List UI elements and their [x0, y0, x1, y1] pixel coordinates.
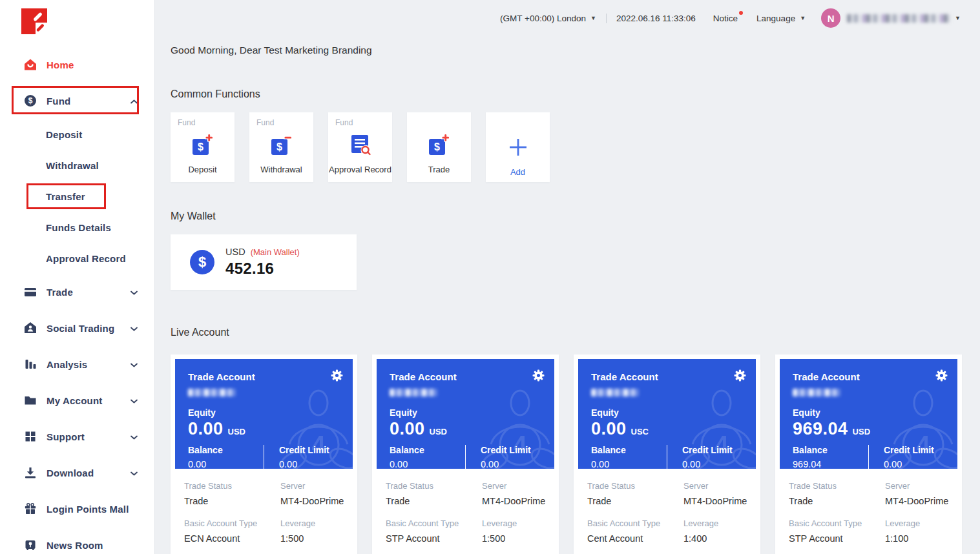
card-label: Deposit — [171, 165, 235, 174]
sidebar-item-social-trading[interactable]: Social Trading — [0, 310, 154, 346]
account-card-info: Trade StatusTrade ServerMT4-DooPrime-Li.… — [780, 481, 957, 544]
caret-down-icon: ▼ — [590, 15, 596, 21]
shortcut-card-trade[interactable]: $ Trade — [407, 112, 471, 182]
sidebar-subitem-funds-details[interactable]: Funds Details — [0, 212, 154, 243]
datetime-label: 2022.06.16 11:33:06 — [616, 14, 696, 23]
equity-value: 0.00 — [591, 419, 627, 439]
account-number-redacted — [188, 389, 236, 396]
shortcut-card-withdrawal[interactable]: Fund $ Withdrawal — [249, 112, 313, 182]
sidebar-item-news-room[interactable]: News Room — [0, 527, 154, 554]
sidebar-subitem-transfer[interactable]: Transfer — [0, 181, 154, 212]
user-avatar[interactable]: N — [821, 8, 840, 28]
caret-down-icon: ▼ — [800, 15, 806, 21]
download-icon — [23, 466, 37, 479]
trade-status-label: Trade Status — [789, 481, 885, 491]
live-account-title: Live Account — [171, 327, 980, 338]
sidebar-item-support[interactable]: Support — [0, 418, 154, 455]
server-value: MT4-DooPrime-Li... — [683, 496, 747, 506]
sidebar-subitem-approval-record[interactable]: Approval Record — [0, 243, 154, 274]
gear-icon[interactable] — [532, 369, 545, 384]
sidebar-item-trade[interactable]: Trade — [0, 274, 154, 310]
svg-text:$: $ — [198, 141, 203, 152]
card-tag: Fund — [335, 118, 353, 127]
account-number-redacted — [591, 389, 639, 396]
sidebar-item-fund[interactable]: $ Fund — [0, 83, 154, 119]
server-label: Server — [482, 481, 545, 491]
account-card-title: Trade Account — [793, 371, 944, 382]
account-type-value: Cent Account — [587, 533, 683, 544]
account-type-label: Basic Account Type — [587, 518, 683, 528]
chevron-up-icon — [130, 95, 138, 107]
server-label: Server — [885, 481, 948, 491]
common-functions-title: Common Functions — [171, 88, 980, 100]
sidebar-item-my-account[interactable]: My Account — [0, 382, 154, 418]
chevron-down-icon — [130, 286, 138, 298]
my-wallet-title: My Wallet — [171, 210, 980, 222]
trade-status-value: Trade — [789, 496, 885, 506]
sidebar-item-label: Download — [47, 467, 130, 478]
account-card: Trade Account Equity 969.04 USD Balance … — [775, 354, 962, 554]
sidebar-item-analysis[interactable]: Analysis — [0, 346, 154, 382]
wallet-amount: 452.16 — [225, 260, 300, 278]
trade-status-label: Trade Status — [587, 481, 683, 491]
shortcut-card-add[interactable]: Add — [486, 112, 550, 182]
card-icon — [23, 285, 37, 298]
notice-label: Notice — [713, 14, 738, 23]
main-wallet-tag: (Main Wallet) — [251, 247, 300, 257]
leverage-value: 1:500 — [482, 533, 545, 544]
withdrawal-icon: $ — [270, 133, 293, 156]
greeting-text: Good Morning, Dear Test Marketing Brandi… — [171, 45, 980, 56]
server-value: MT4-DooPrime-Li... — [482, 496, 545, 506]
sidebar-subitem-withdrawal[interactable]: Withdrawal — [0, 150, 154, 181]
sidebar-item-login-points-mall[interactable]: Login Points Mall — [0, 491, 154, 527]
chevron-down-icon — [130, 358, 138, 370]
shortcut-card-deposit[interactable]: Fund $ Deposit — [171, 112, 235, 182]
account-type-label: Basic Account Type — [789, 518, 885, 528]
account-card: Trade Account Equity 0.00 USC Balance 0.… — [574, 354, 760, 554]
brand-logo-icon[interactable] — [21, 8, 47, 34]
svg-text:$: $ — [434, 141, 440, 152]
shortcut-card-approval-record[interactable]: Fund Approval Record — [328, 112, 392, 182]
notice-button[interactable]: Notice — [713, 14, 738, 23]
chevron-down-icon — [130, 322, 138, 334]
sidebar-subitem-deposit[interactable]: Deposit — [0, 119, 154, 150]
gear-icon[interactable] — [734, 369, 746, 384]
equity-label: Equity — [793, 407, 944, 418]
credit-limit-label: Credit Limit — [884, 445, 934, 455]
trade-status-label: Trade Status — [184, 481, 280, 491]
account-card-header: Trade Account Equity 0.00 USD Balance 0.… — [377, 359, 554, 469]
gift-icon — [23, 502, 37, 515]
balance-label: Balance — [390, 445, 465, 455]
bar-chart-icon — [23, 358, 37, 371]
timezone-selector[interactable]: (GMT +00:00) London ▼ — [500, 14, 596, 23]
svg-text:$: $ — [28, 96, 33, 105]
balance-value: 0.00 — [390, 459, 465, 469]
account-type-value: STP Account — [386, 533, 482, 544]
user-menu[interactable]: ▼ — [840, 14, 961, 23]
sidebar-item-download[interactable]: Download — [0, 455, 154, 491]
balance-value: 0.00 — [188, 459, 264, 469]
account-number-redacted — [793, 389, 840, 396]
wallet-currency: USD — [225, 247, 245, 257]
gear-icon[interactable] — [935, 369, 948, 384]
credit-limit-value: 0.00 — [279, 459, 329, 469]
equity-label: Equity — [188, 407, 340, 418]
live-account-row: Trade Account Equity 0.00 USD Balance 0.… — [171, 354, 980, 554]
card-tag: Fund — [178, 118, 195, 127]
server-value: MT4-DooPrime-Li... — [280, 496, 344, 506]
balance-value: 0.00 — [591, 459, 667, 469]
sidebar-item-home[interactable]: Home — [0, 46, 154, 83]
server-label: Server — [280, 481, 344, 491]
leverage-label: Leverage — [280, 518, 344, 528]
gear-icon[interactable] — [331, 369, 343, 384]
sidebar-item-label: Analysis — [47, 359, 130, 370]
caret-down-icon: ▼ — [955, 15, 961, 21]
trade-icon: $ — [428, 133, 451, 156]
account-card-header: Trade Account Equity 969.04 USD Balance … — [780, 359, 957, 469]
leverage-label: Leverage — [683, 518, 747, 528]
topbar: (GMT +00:00) London ▼ 2022.06.16 11:33:0… — [171, 0, 980, 36]
account-card: Trade Account Equity 0.00 USD Balance 0.… — [171, 354, 357, 554]
chevron-down-icon — [130, 431, 138, 442]
account-type-label: Basic Account Type — [184, 518, 280, 528]
language-selector[interactable]: Language ▼ — [756, 14, 806, 23]
